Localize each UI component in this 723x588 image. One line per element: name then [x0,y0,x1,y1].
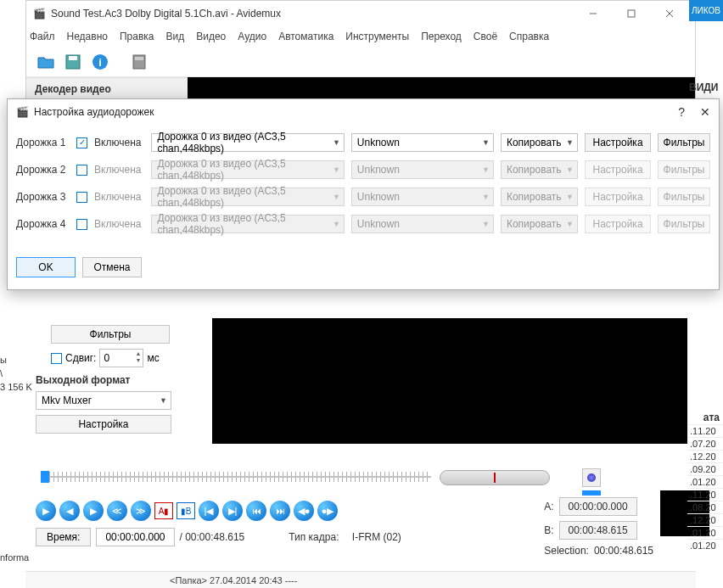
enabled-label: Включена [94,191,144,203]
track-codec-combo: Копировать▼ [501,188,578,206]
menu-recent[interactable]: Недавно [67,31,108,42]
next-frame-button[interactable]: ▶ [83,501,104,521]
output-setup-button[interactable]: Настройка [36,415,171,434]
svg-text:i: i [98,56,102,69]
track-filters-button: Фильтры [658,215,710,233]
track-lang-combo: Unknown▼ [351,160,494,179]
slider-track[interactable] [41,476,431,478]
prev-black-button[interactable]: ◀● [294,501,314,521]
track-label: Дорожка 4 [16,218,70,230]
shift-label: Сдвиг: [65,352,96,364]
bg-date-list: .11.20.07.20.12.20.09.20.01.20.11.20.08.… [687,424,723,552]
video-preview-top [188,77,695,99]
shift-checkbox[interactable] [51,353,62,364]
b-time-button[interactable]: 00:00:48.615 [559,521,637,540]
track-source-combo: Дорожка 0 из видео (AC3,5 chan,448kbps)▼ [151,215,344,233]
a-time-button[interactable]: 00:00:00.000 [559,497,637,516]
info-icon[interactable]: i [89,51,111,73]
selection-indicator [582,490,601,496]
track-codec-combo[interactable]: Копировать▼ [501,133,578,152]
track-lang-combo[interactable]: Unknown▼ [351,133,494,152]
close-button[interactable] [650,1,688,26]
track-setup-button: Настройка [585,215,651,233]
track-enabled-checkbox[interactable] [76,165,87,176]
menu-tools[interactable]: Инструменты [345,31,409,42]
cancel-button[interactable]: Отмена [82,257,142,277]
track-filters-button: Фильтры [658,188,710,206]
jog-wheel[interactable] [440,470,550,485]
open-icon[interactable] [35,51,57,73]
bg-date-item: .07.20 [687,437,723,450]
video-preview [212,318,687,444]
b-label: B: [544,524,553,536]
slider-thumb[interactable] [41,471,49,483]
track-filters-button[interactable]: Фильтры [658,133,710,152]
time-label-button[interactable]: Время: [36,528,91,546]
duration-text: / 00:00:48.615 [180,531,245,543]
set-b-marker-button[interactable]: ▮B [177,502,195,519]
calc-icon[interactable] [128,51,150,73]
output-format-combo[interactable]: Mkv Muxer▼ [36,391,171,410]
menu-auto[interactable]: Автоматика [278,31,333,42]
bg-fragment-left: ы \ 3 156 K [0,355,24,395]
next-black-button[interactable]: ●▶ [317,501,338,521]
track-codec-combo: Копировать▼ [501,160,578,179]
menu-custom[interactable]: Своё [474,31,497,42]
menu-view[interactable]: Вид [166,31,185,42]
track-lang-combo: Unknown▼ [351,188,494,206]
bg-date-item: .01.20 [687,539,723,552]
play-button[interactable]: ▶ [36,501,56,521]
track-enabled-checkbox[interactable] [76,192,87,203]
track-label: Дорожка 2 [16,164,70,176]
prev-frame-button[interactable]: ◀ [59,501,80,521]
track-source-combo[interactable]: Дорожка 0 из видео (AC3,5 chan,448kbps)▼ [151,133,344,152]
dialog-close-icon[interactable]: ✕ [700,105,710,119]
set-a-marker-button[interactable]: A▮ [154,502,173,519]
fast-fwd-button[interactable]: ≫ [131,501,151,521]
bg-fragment-vid: ВИДИ [689,81,723,93]
audio-tracks-dialog: 🎬 Настройка аудиодорожек ? ✕ Дорожка 1Вк… [7,98,720,290]
enabled-label: Включена [94,164,144,176]
shift-spinner[interactable]: 0▲▼ [99,349,143,367]
fast-back-button[interactable]: ≪ [107,501,127,521]
a-label: A: [544,501,553,512]
menu-video[interactable]: Видео [196,31,226,42]
track-enabled-checkbox[interactable] [76,137,87,148]
time-value[interactable]: 00:00:00.000 [96,528,174,546]
filters-button[interactable]: Фильтры [51,325,170,344]
selection-label: Selection: [544,545,589,557]
track-setup-button[interactable]: Настройка [585,133,651,152]
last-frame-button[interactable]: ▶| [222,501,243,521]
enabled-label: Включена [94,218,144,230]
ok-button[interactable]: OK [16,257,76,277]
save-icon[interactable] [62,51,84,73]
bg-fragment-top: ЛИКОВ [689,0,723,21]
menu-go[interactable]: Переход [421,31,462,42]
menu-edit[interactable]: Правка [120,31,154,42]
maximize-button[interactable] [612,1,650,26]
bg-date-item: .11.20 [687,424,723,437]
bg-date-item: .01.20 [687,526,723,539]
dialog-app-icon: 🎬 [16,106,29,118]
menu-audio[interactable]: Аудио [238,31,266,42]
bg-date-item: .12.20 [687,450,723,462]
dialog-help-icon[interactable]: ? [678,105,685,119]
next-key-button[interactable]: ⏭ [270,501,290,521]
status-bar: <Папка> 27.04.2014 20:43 ---- [25,571,696,588]
track-lang-combo: Unknown▼ [351,215,494,233]
menu-file[interactable]: Файл [30,31,55,42]
selection-value: 00:00:48.615 [594,545,653,557]
disc-icon[interactable] [582,468,601,487]
bg-date-item: .08.20 [687,501,723,513]
prev-key-button[interactable]: ⏮ [246,501,266,521]
first-frame-button[interactable]: |◀ [199,501,219,521]
menu-help[interactable]: Справка [509,31,549,42]
minimize-button[interactable] [574,1,612,26]
track-enabled-checkbox[interactable] [76,219,87,230]
bg-date-item: .09.20 [687,462,723,475]
bg-fragment-bottom: nforma [0,552,29,563]
decoder-label: Декодер видео [26,77,188,101]
track-setup-button: Настройка [585,188,651,206]
track-codec-combo: Копировать▼ [501,215,578,233]
track-label: Дорожка 1 [16,137,70,148]
